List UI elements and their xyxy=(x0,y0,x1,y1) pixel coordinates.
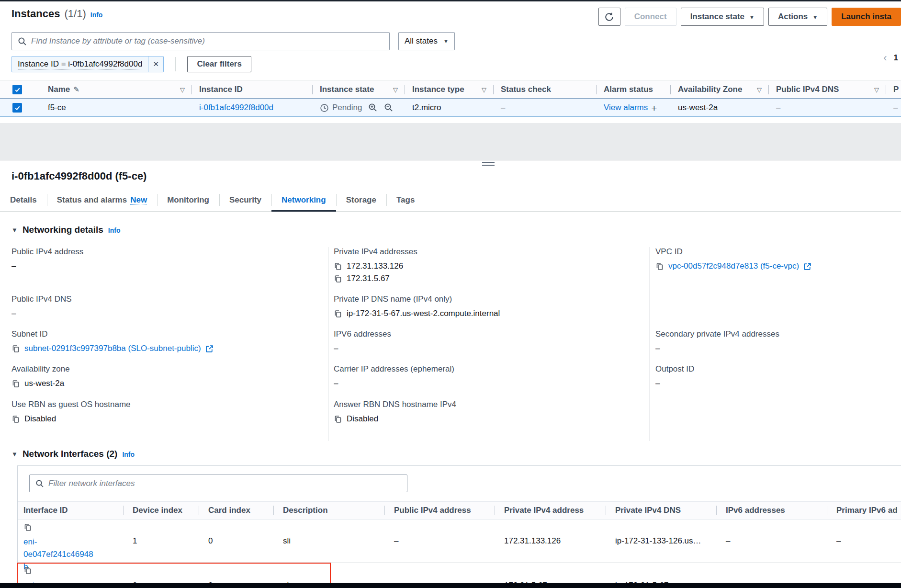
tab-storage[interactable]: Storage xyxy=(336,190,386,211)
instance-detail-panel: i-0fb1afc4992f8d00d (f5-ce) DetailsStatu… xyxy=(0,160,901,588)
field-value-row: 172.31.133.126 xyxy=(334,260,649,272)
column-header-status-check[interactable]: Status check xyxy=(501,85,551,94)
field-value-row: subnet-0291f3c997397b8ba (SLO-subnet-pub… xyxy=(11,342,328,355)
triangle-down-icon[interactable]: ▼ xyxy=(11,226,18,234)
network-interfaces-info-link[interactable]: Info xyxy=(122,451,135,458)
copy-icon[interactable] xyxy=(23,523,32,532)
row-checkbox[interactable] xyxy=(12,103,22,113)
interfaces-filter-input[interactable]: Filter network interfaces xyxy=(29,475,407,492)
column-header-interface-id[interactable]: Interface ID xyxy=(18,502,123,519)
column-header-card-index[interactable]: Card index xyxy=(199,502,273,519)
search-icon xyxy=(18,37,27,46)
cell-primary-ipv6-ad: – xyxy=(836,536,841,546)
split-panel-gap xyxy=(0,123,901,160)
copy-icon[interactable] xyxy=(334,415,342,424)
tab-tags[interactable]: Tags xyxy=(386,190,425,211)
networking-details-title: Networking details xyxy=(23,225,103,235)
instance-id-link[interactable]: i-0fb1afc4992f8d00d xyxy=(199,103,273,113)
sort-icon[interactable]: ▽ xyxy=(180,86,185,93)
external-link-icon[interactable] xyxy=(803,262,811,271)
column-header-public-ipv4-dns[interactable]: Public IPv4 DNS xyxy=(776,85,839,94)
split-panel-drag-handle[interactable] xyxy=(482,162,495,166)
actions-button[interactable]: Actions ▼ xyxy=(768,8,827,26)
sort-icon[interactable]: ▽ xyxy=(757,86,762,93)
page-title: Instances (1/1) Info xyxy=(11,8,102,20)
field-value-link[interactable]: subnet-0291f3c997397b8ba (SLO-subnet-pub… xyxy=(24,342,201,355)
external-link-icon[interactable] xyxy=(205,345,214,353)
cell-public-ipv4-address: – xyxy=(394,536,398,546)
networking-info-link[interactable]: Info xyxy=(108,226,121,234)
column-header-device-index[interactable]: Device index xyxy=(123,502,199,519)
field-public-ipv4-address: Public IPv4 address– xyxy=(11,247,328,294)
cell-ipv6-addresses: – xyxy=(726,536,730,546)
field-answer-rbn-dns-hostname-ipv4: Answer RBN DNS hostname IPv4Disabled xyxy=(334,400,649,441)
tab-monitoring[interactable]: Monitoring xyxy=(157,190,219,211)
field-private-ipv4-addresses: Private IPv4 addresses172.31.133.126172.… xyxy=(334,247,649,294)
field-value: – xyxy=(334,342,338,355)
column-header-availability-zone[interactable]: Availability Zone xyxy=(678,85,742,94)
field-value: 172.31.133.126 xyxy=(347,260,403,272)
instance-search-input[interactable]: Find Instance by attribute or tag (case-… xyxy=(11,32,390,50)
column-header-instance-type[interactable]: Instance type xyxy=(412,85,464,94)
cell-device-index: 1 xyxy=(133,536,137,546)
column-header-private-ipv4-address[interactable]: Private IPv4 address xyxy=(495,502,606,519)
copy-icon[interactable] xyxy=(334,274,342,283)
field-private-ip-dns-name-ipv4-only: Private IP DNS name (IPv4 only)ip-172-31… xyxy=(334,294,649,329)
interface-row-sli[interactable]: eni-0e047ef241c46948b10sli–172.31.133.12… xyxy=(18,520,901,563)
column-header-truncated[interactable]: P xyxy=(893,85,899,94)
plus-icon[interactable]: + xyxy=(651,103,657,113)
tab-security[interactable]: Security xyxy=(219,190,271,211)
sort-icon[interactable]: ▽ xyxy=(874,86,879,93)
connect-button[interactable]: Connect xyxy=(625,8,676,26)
field-value-link[interactable]: vpc-00d57f2c948d7e813 (f5-ce-vpc) xyxy=(668,260,799,272)
instance-state-button[interactable]: Instance state ▼ xyxy=(681,8,764,26)
tab-details[interactable]: Details xyxy=(0,190,47,211)
filter-token-dismiss-button[interactable]: ✕ xyxy=(148,57,163,72)
field-value-row: Disabled xyxy=(11,413,328,425)
column-header-description[interactable]: Description xyxy=(273,502,384,519)
sort-icon[interactable]: ▽ xyxy=(393,86,398,93)
copy-icon[interactable] xyxy=(655,262,664,271)
copy-icon[interactable] xyxy=(23,566,32,575)
column-header-ipv6-addresses[interactable]: IPv6 addresses xyxy=(716,502,827,519)
availability-zone-value: us-west-2a xyxy=(678,103,718,113)
view-alarms-link[interactable]: View alarms xyxy=(604,103,648,113)
column-header-name[interactable]: Name xyxy=(48,85,70,94)
refresh-button[interactable] xyxy=(598,8,620,26)
instance-detail-title: i-0fb1afc4992f8d00d (f5-ce) xyxy=(0,160,901,182)
field-label: Carrier IP addresses (ephemeral) xyxy=(334,364,649,374)
launch-instances-button[interactable]: Launch insta xyxy=(832,8,901,26)
clear-filters-button[interactable]: Clear filters xyxy=(187,56,251,72)
column-header-alarm-status[interactable]: Alarm status xyxy=(604,85,653,94)
field-subnet-id: Subnet IDsubnet-0291f3c997397b8ba (SLO-s… xyxy=(11,329,328,364)
instance-type-value: t2.micro xyxy=(412,103,441,113)
copy-icon[interactable] xyxy=(11,379,20,388)
zoom-out-icon[interactable] xyxy=(384,103,394,113)
copy-icon[interactable] xyxy=(11,415,20,424)
field-value-row: – xyxy=(655,377,901,390)
copy-icon[interactable] xyxy=(11,344,20,353)
page-title-text: Instances xyxy=(11,8,60,20)
column-header-instance-id[interactable]: Instance ID xyxy=(199,85,243,94)
page-number[interactable]: 1 xyxy=(894,53,898,63)
column-header-primary-ipv6-ad[interactable]: Primary IPv6 ad xyxy=(827,502,901,519)
copy-icon[interactable] xyxy=(334,309,342,318)
field-value: – xyxy=(334,377,338,390)
select-all-checkbox[interactable] xyxy=(12,85,22,94)
tab-status-and-alarms[interactable]: Status and alarmsNew xyxy=(47,190,157,211)
chevron-left-icon[interactable]: ‹ xyxy=(883,53,887,63)
column-header-instance-state[interactable]: Instance state xyxy=(320,85,374,94)
tab-networking[interactable]: Networking xyxy=(271,190,336,211)
instances-info-link[interactable]: Info xyxy=(90,11,103,19)
all-states-select[interactable]: All states ▼ xyxy=(398,32,455,50)
network-interfaces-table: Interface IDDevice indexCard indexDescri… xyxy=(18,501,901,588)
field-outpost-id: Outpost ID– xyxy=(655,364,901,400)
network-interfaces-card: Filter network interfaces Interface IDDe… xyxy=(17,465,901,588)
sort-icon[interactable]: ▽ xyxy=(482,86,486,93)
zoom-in-icon[interactable] xyxy=(368,103,378,113)
triangle-down-icon[interactable]: ▼ xyxy=(11,451,18,458)
instance-row[interactable]: f5-ce i-0fb1afc4992f8d00d Pending xyxy=(0,99,901,117)
copy-icon[interactable] xyxy=(334,262,342,271)
column-header-public-ipv4-address[interactable]: Public IPv4 address xyxy=(384,502,495,519)
column-header-private-ipv4-dns[interactable]: Private IPv4 DNS xyxy=(606,502,716,519)
